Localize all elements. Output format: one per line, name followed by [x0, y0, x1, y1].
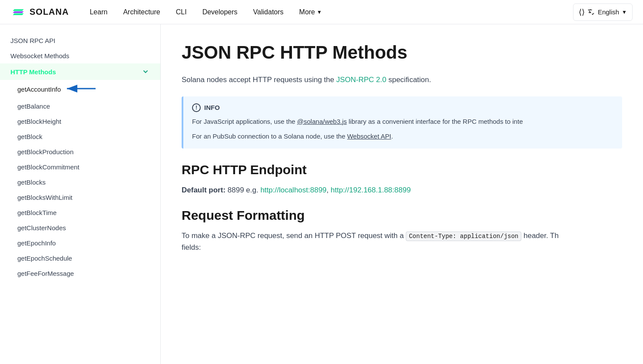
arrow-left-icon — [66, 84, 96, 95]
ip-link[interactable]: http://192.168.1.88:8899 — [331, 186, 411, 194]
sidebar-item-get-balance[interactable]: getBalance — [0, 99, 160, 114]
sidebar-item-get-epoch-info[interactable]: getEpochInfo — [0, 235, 160, 251]
intro-paragraph: Solana nodes accept HTTP requests using … — [182, 74, 622, 86]
nav-link-developers[interactable]: Developers — [196, 5, 245, 20]
sidebar-item-get-block-production[interactable]: getBlockProduction — [0, 144, 160, 159]
info-line-2: For an PubSub connection to a Solana nod… — [192, 131, 613, 142]
nav-link-more[interactable]: More ▼ — [292, 5, 329, 20]
nav-link-learn[interactable]: Learn — [83, 5, 114, 20]
request-title: Request Formatting — [182, 208, 622, 223]
info-icon: ! — [192, 103, 201, 112]
endpoint-text: Default port: 8899 e.g. http://localhost… — [182, 184, 622, 196]
chevron-down-icon — [141, 67, 150, 76]
web3js-link[interactable]: @solana/web3.js — [297, 118, 347, 125]
info-line-1: For JavaScript applications, use the @so… — [192, 116, 613, 127]
logo-text: SOLANA — [30, 7, 69, 17]
sidebar-item-http-methods[interactable]: HTTP Methods — [0, 63, 160, 80]
sidebar-item-websocket-methods[interactable]: Websocket Methods — [0, 48, 160, 63]
sidebar-item-get-blocks[interactable]: getBlocks — [0, 175, 160, 190]
page-title: JSON RPC HTTP Methods — [182, 42, 622, 63]
sidebar-item-get-block-commitment[interactable]: getBlockCommitment — [0, 159, 160, 175]
content-type-code: Content-Type: application/json — [406, 232, 521, 241]
endpoint-title: RPC HTTP Endpoint — [182, 162, 622, 177]
sidebar-item-get-cluster-nodes[interactable]: getClusterNodes — [0, 220, 160, 235]
logo[interactable]: SOLANA — [10, 6, 69, 18]
sidebar-item-get-blocks-with-limit[interactable]: getBlocksWithLimit — [0, 190, 160, 205]
request-text: To make a JSON-RPC request, send an HTTP… — [182, 230, 622, 253]
sidebar-item-get-account-info[interactable]: getAccountInfo — [0, 80, 160, 99]
language-selector[interactable]: ⟨⟩ English ▼ — [573, 3, 633, 21]
navbar: SOLANA Learn Architecture CLI Developers… — [0, 0, 643, 24]
nav-link-validators[interactable]: Validators — [246, 5, 291, 20]
sidebar: JSON RPC API Websocket Methods HTTP Meth… — [0, 24, 161, 364]
sidebar-item-get-fee-for-message[interactable]: getFeeForMessage — [0, 266, 160, 281]
sidebar-item-get-block[interactable]: getBlock — [0, 129, 160, 144]
sidebar-item-get-epoch-schedule[interactable]: getEpochSchedule — [0, 251, 160, 266]
main-content: JSON RPC HTTP Methods Solana nodes accep… — [161, 24, 643, 364]
info-box: ! INFO For JavaScript applications, use … — [182, 96, 622, 149]
language-label: English — [598, 8, 619, 16]
translate-icon: ⟨⟩ — [579, 7, 585, 17]
translate-icon — [587, 8, 595, 16]
page-layout: JSON RPC API Websocket Methods HTTP Meth… — [0, 24, 643, 364]
sidebar-item-json-rpc-api[interactable]: JSON RPC API — [0, 33, 160, 48]
localhost-link[interactable]: http://localhost:8899 — [260, 186, 326, 194]
sidebar-item-get-block-time[interactable]: getBlockTime — [0, 205, 160, 220]
sidebar-item-get-block-height[interactable]: getBlockHeight — [0, 114, 160, 129]
info-box-title: ! INFO — [192, 103, 613, 112]
nav-links: Learn Architecture CLI Developers Valida… — [83, 5, 573, 20]
nav-link-cli[interactable]: CLI — [169, 5, 194, 20]
chevron-down-icon: ▼ — [317, 9, 322, 15]
websocket-api-link[interactable]: Websocket API — [347, 132, 391, 140]
lang-chevron-icon: ▼ — [622, 9, 627, 15]
nav-link-architecture[interactable]: Architecture — [116, 5, 167, 20]
json-rpc-link[interactable]: JSON-RPC 2.0 — [336, 76, 386, 84]
solana-logo-icon — [10, 6, 26, 18]
